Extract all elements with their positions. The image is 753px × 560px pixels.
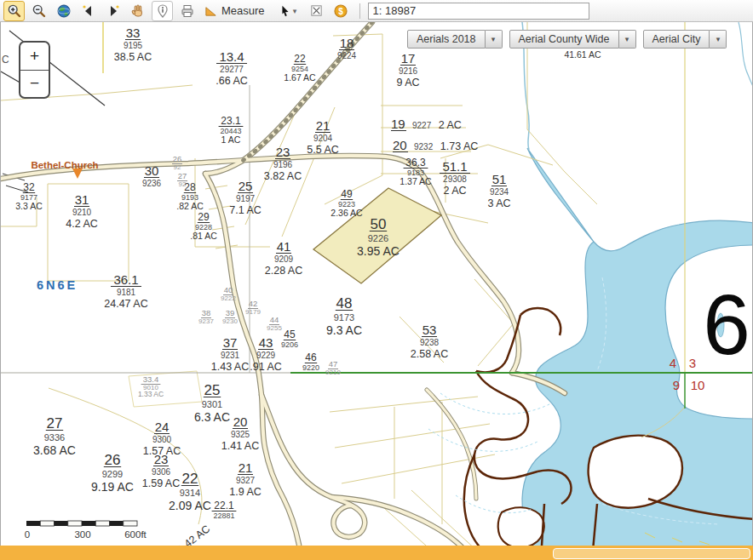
svg-text:9181: 9181: [117, 288, 136, 297]
svg-text:9173: 9173: [334, 312, 354, 323]
map-zoom-out-button[interactable]: −: [20, 71, 49, 98]
parcel-label[interactable]: 23.1204431 AC: [219, 115, 244, 145]
svg-text:9204: 9204: [313, 134, 333, 143]
parcel-label[interactable]: 469220: [302, 351, 319, 372]
parcel-label[interactable]: 4891739.3 AC: [326, 295, 362, 337]
parcel-label[interactable]: 33919538.5 AC: [114, 26, 152, 63]
dropdown-arrow-button[interactable]: ▾: [486, 30, 503, 49]
svg-text:24.47 AC: 24.47 AC: [104, 298, 147, 310]
section-corner-number: 3: [689, 356, 696, 370]
parcel-label[interactable]: 36.1918124.47 AC: [104, 272, 147, 310]
parcel-label[interactable]: 399230: [222, 308, 238, 325]
scale-input[interactable]: [368, 3, 589, 20]
parcel-label[interactable]: 189224: [337, 36, 357, 60]
footer-button[interactable]: [553, 548, 750, 559]
svg-text:41.61 AC: 41.61 AC: [564, 49, 601, 60]
svg-text:36.1: 36.1: [113, 272, 138, 287]
svg-text:29: 29: [198, 211, 210, 223]
svg-text:1.73 AC: 1.73 AC: [440, 140, 478, 152]
svg-text:9206: 9206: [281, 340, 298, 349]
parcel-label[interactable]: 1792169 AC: [396, 51, 419, 89]
parcel-label[interactable]: 479219: [325, 359, 341, 376]
measure-tool[interactable]: Measure: [204, 4, 265, 17]
export-map-button[interactable]: [306, 1, 327, 21]
parcel-label[interactable]: 51.1293082 AC: [440, 159, 470, 197]
map-canvas[interactable]: 33919538.5 AC13.429277.66 AC2292541.67 A…: [1, 22, 753, 546]
scale-bar-label: 0: [25, 529, 30, 540]
svg-text:2 AC: 2 AC: [439, 119, 462, 131]
parcel-label[interactable]: 1.42 AC: [175, 523, 213, 546]
svg-text:7.1 AC: 7.1 AC: [229, 204, 262, 216]
svg-text:18: 18: [340, 36, 354, 50]
svg-text:1.33 AC: 1.33 AC: [138, 390, 164, 398]
parcel-label[interactable]: 33.490101.33 AC: [138, 374, 164, 398]
parcel-label[interactable]: 2692999.19 AC: [91, 452, 134, 494]
zoom-out-button[interactable]: [28, 1, 49, 21]
parcel-label[interactable]: 389237: [198, 308, 214, 325]
svg-text:53: 53: [422, 323, 437, 337]
svg-text:9230: 9230: [222, 317, 238, 325]
pan-button[interactable]: [127, 1, 148, 21]
parcel-label[interactable]: 4192092.28 AC: [265, 239, 302, 277]
svg-text:1.9 AC: 1.9 AC: [229, 486, 262, 498]
identify-button[interactable]: [152, 1, 173, 21]
svg-text:1.67 AC: 1.67 AC: [284, 72, 316, 83]
parcel-label[interactable]: 1992272 AC: [391, 117, 462, 131]
map-viewport[interactable]: 33919538.5 AC13.429277.66 AC2292541.67 A…: [0, 22, 753, 546]
svg-text:39: 39: [226, 308, 235, 317]
parcel-label[interactable]: 3291773.3 AC: [15, 181, 43, 211]
svg-text:38: 38: [202, 308, 211, 317]
svg-text:30: 30: [145, 163, 159, 178]
map-zoom-in-button[interactable]: +: [20, 43, 49, 71]
layer-dropdown-aerial-city: Aerial City ▾: [643, 30, 727, 49]
svg-text:9209: 9209: [274, 254, 294, 264]
parcel-label[interactable]: 2292541.67 AC: [284, 53, 316, 83]
parcel-label[interactable]: 299228.81 AC: [190, 211, 217, 241]
layer-button-label[interactable]: Aerial City: [643, 30, 710, 49]
svg-text:9.3 AC: 9.3 AC: [326, 323, 362, 337]
parcel-label[interactable]: 309236: [142, 163, 162, 188]
layer-button-label[interactable]: Aerial County Wide: [509, 30, 619, 49]
parcel-label[interactable]: 2192045.5 AC: [307, 118, 339, 156]
svg-text:9195: 9195: [124, 41, 143, 50]
parcel-label[interactable]: 2393061.59 AC: [142, 452, 180, 489]
parcel-label[interactable]: 2591977.1 AC: [229, 179, 262, 216]
parcel-label[interactable]: 2793363.68 AC: [33, 415, 76, 457]
print-button[interactable]: [176, 1, 198, 21]
parcel-label[interactable]: 459206: [281, 329, 298, 349]
section-corner-number: 4: [670, 356, 676, 370]
svg-text:3 AC: 3 AC: [487, 197, 510, 209]
dropdown-arrow-button[interactable]: ▾: [710, 30, 727, 49]
svg-text:22.1: 22.1: [214, 500, 234, 511]
parcel-label[interactable]: 22.122881: [212, 500, 237, 520]
sales-dollar-button[interactable]: $: [331, 1, 352, 21]
previous-extent-button[interactable]: [78, 1, 99, 21]
zoom-in-button[interactable]: [3, 1, 25, 21]
parcel-label[interactable]: 2092321.73 AC: [393, 138, 478, 152]
next-extent-button[interactable]: [102, 1, 124, 21]
parcel-label[interactable]: 5392382.58 AC: [411, 323, 448, 360]
scale-bar-label: 600ft: [124, 529, 147, 540]
svg-text:21: 21: [316, 118, 331, 133]
clipped-edge-label: C: [2, 54, 9, 66]
parcel-label[interactable]: 2193271.9 AC: [229, 460, 262, 498]
full-extent-button[interactable]: [53, 1, 74, 21]
parcel-label[interactable]: 449255: [267, 315, 282, 332]
parcel-label[interactable]: 3792311.43 AC: [211, 335, 249, 373]
roads: [1, 22, 565, 546]
pointer-tool-button[interactable]: ▾: [273, 1, 302, 21]
parcel-label[interactable]: 5192343 AC: [487, 172, 510, 209]
svg-text:3.95 AC: 3.95 AC: [357, 244, 399, 258]
printer-icon: [180, 3, 195, 19]
dropdown-arrow-button[interactable]: ▾: [619, 30, 636, 49]
layer-button-label[interactable]: Aerials 2018: [407, 30, 486, 49]
parcel-label[interactable]: 2391963.82 AC: [264, 145, 302, 182]
parcel-label[interactable]: 4992232.36 AC: [331, 188, 363, 218]
parcel-label[interactable]: 3192104.2 AC: [66, 192, 98, 230]
parcel-label[interactable]: 429179: [245, 299, 261, 316]
svg-text:20: 20: [233, 414, 248, 429]
svg-text:5.5 AC: 5.5 AC: [307, 144, 339, 156]
svg-text:9.19 AC: 9.19 AC: [91, 480, 134, 494]
parcel-label[interactable]: 13.429277.66 AC: [216, 49, 248, 87]
parcel-label[interactable]: 2692: [172, 154, 182, 171]
